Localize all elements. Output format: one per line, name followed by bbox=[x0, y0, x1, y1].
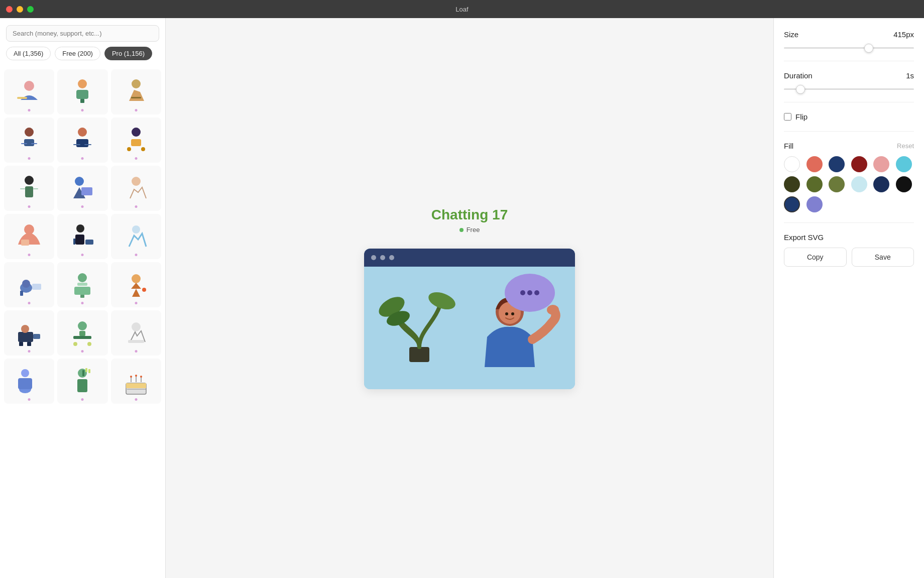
svg-rect-73 bbox=[409, 347, 429, 362]
svg-rect-39 bbox=[74, 287, 90, 295]
filter-tabs: All (1,356) Free (200) Pro (1,156) bbox=[0, 47, 165, 65]
list-item[interactable] bbox=[111, 310, 161, 356]
icon-grid bbox=[0, 65, 165, 578]
color-swatch-lavender[interactable] bbox=[806, 196, 823, 212]
copy-button[interactable]: Copy bbox=[784, 248, 847, 267]
list-item[interactable] bbox=[57, 166, 107, 211]
list-item[interactable] bbox=[4, 118, 54, 163]
minimize-button[interactable] bbox=[17, 6, 23, 13]
color-swatch-light-olive[interactable] bbox=[829, 176, 845, 192]
color-swatch-black[interactable] bbox=[896, 176, 912, 192]
color-swatch-dark-navy[interactable] bbox=[873, 176, 889, 192]
color-swatch-navy-2[interactable] bbox=[784, 196, 800, 212]
svg-point-68 bbox=[130, 376, 132, 378]
flip-checkbox[interactable] bbox=[784, 113, 791, 121]
color-swatch-olive[interactable] bbox=[806, 176, 823, 192]
item-dot bbox=[81, 254, 84, 256]
item-dot bbox=[81, 398, 84, 401]
list-item[interactable] bbox=[57, 69, 107, 114]
list-item[interactable] bbox=[4, 214, 54, 259]
svg-rect-13 bbox=[73, 144, 80, 145]
reset-button[interactable]: Reset bbox=[897, 142, 914, 150]
free-label: Free bbox=[467, 226, 480, 234]
list-item[interactable] bbox=[57, 214, 107, 259]
list-item[interactable] bbox=[4, 69, 54, 114]
svg-point-69 bbox=[135, 375, 137, 377]
list-item[interactable] bbox=[111, 166, 161, 211]
item-dot bbox=[28, 350, 31, 353]
item-dot bbox=[135, 254, 137, 256]
color-swatch-light-blue[interactable] bbox=[896, 156, 912, 172]
size-row: Size 415px bbox=[784, 30, 914, 39]
illustration-preview[interactable] bbox=[364, 249, 575, 389]
sidebar: All (1,356) Free (200) Pro (1,156) bbox=[0, 18, 166, 578]
svg-point-41 bbox=[132, 274, 141, 283]
item-dot bbox=[28, 398, 31, 401]
list-item[interactable] bbox=[4, 359, 54, 404]
svg-rect-12 bbox=[76, 139, 88, 147]
svg-point-84 bbox=[527, 290, 532, 295]
svg-point-25 bbox=[132, 177, 141, 186]
svg-rect-57 bbox=[18, 378, 32, 389]
list-item[interactable] bbox=[111, 69, 161, 114]
svg-rect-1 bbox=[17, 97, 27, 99]
color-swatch-pale-blue[interactable] bbox=[851, 176, 867, 192]
list-item[interactable] bbox=[111, 262, 161, 307]
list-item[interactable] bbox=[111, 359, 161, 404]
export-section: Export SVG Copy Save bbox=[784, 233, 914, 267]
svg-point-0 bbox=[24, 81, 34, 91]
svg-rect-59 bbox=[77, 379, 87, 392]
list-item[interactable] bbox=[4, 166, 54, 211]
color-swatch-dark-olive[interactable] bbox=[784, 176, 800, 192]
svg-point-53 bbox=[132, 322, 141, 331]
item-dot bbox=[81, 109, 84, 111]
svg-point-45 bbox=[21, 325, 29, 333]
save-button[interactable]: Save bbox=[852, 248, 914, 267]
svg-rect-31 bbox=[73, 239, 75, 245]
svg-point-23 bbox=[75, 177, 84, 186]
list-item[interactable] bbox=[57, 118, 107, 163]
panel-divider-2 bbox=[784, 102, 914, 102]
svg-point-81 bbox=[547, 305, 559, 315]
search-input[interactable] bbox=[6, 25, 159, 42]
list-item[interactable] bbox=[57, 310, 107, 356]
filter-all[interactable]: All (1,356) bbox=[6, 47, 51, 60]
list-item[interactable] bbox=[111, 118, 161, 163]
svg-point-48 bbox=[78, 321, 87, 330]
color-swatch-dark-red[interactable] bbox=[851, 156, 867, 172]
svg-rect-6 bbox=[131, 97, 141, 98]
svg-rect-60 bbox=[82, 370, 84, 376]
app-title: Loaf bbox=[455, 6, 468, 13]
color-swatch-light-salmon[interactable] bbox=[873, 156, 889, 172]
list-item[interactable] bbox=[111, 214, 161, 259]
svg-point-7 bbox=[25, 128, 34, 137]
svg-rect-47 bbox=[27, 342, 31, 346]
svg-point-70 bbox=[140, 376, 142, 378]
illustration-body bbox=[364, 267, 575, 389]
right-panel: Size 415px Duration 1s Flip bbox=[773, 18, 924, 578]
svg-rect-10 bbox=[31, 143, 37, 144]
svg-rect-50 bbox=[79, 331, 85, 336]
close-button[interactable] bbox=[6, 6, 13, 13]
svg-rect-14 bbox=[84, 144, 91, 145]
duration-value: 1s bbox=[906, 71, 914, 80]
color-swatch-white[interactable] bbox=[784, 156, 800, 172]
svg-rect-38 bbox=[77, 283, 87, 286]
color-swatch-coral[interactable] bbox=[806, 156, 823, 172]
item-dot bbox=[28, 254, 31, 256]
filter-pro[interactable]: Pro (1,156) bbox=[104, 47, 152, 60]
maximize-button[interactable] bbox=[27, 6, 34, 13]
list-item[interactable] bbox=[4, 262, 54, 307]
size-slider[interactable] bbox=[784, 47, 914, 49]
duration-row: Duration 1s bbox=[784, 71, 914, 80]
svg-rect-64 bbox=[126, 383, 146, 388]
color-swatch-navy[interactable] bbox=[829, 156, 845, 172]
list-item[interactable] bbox=[57, 262, 107, 307]
svg-rect-49 bbox=[73, 336, 91, 339]
svg-point-85 bbox=[534, 290, 539, 295]
duration-slider[interactable] bbox=[784, 88, 914, 90]
list-item[interactable] bbox=[4, 310, 54, 356]
list-item[interactable] bbox=[57, 359, 107, 404]
item-dot bbox=[135, 302, 137, 304]
filter-free[interactable]: Free (200) bbox=[55, 47, 100, 60]
